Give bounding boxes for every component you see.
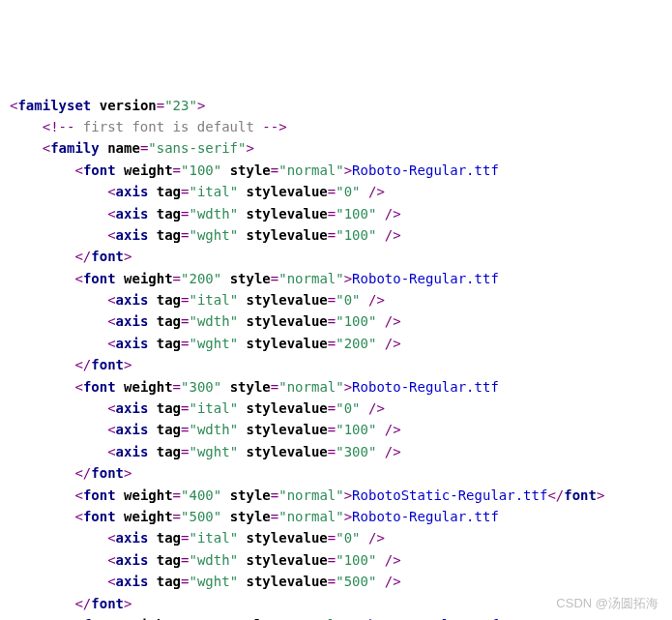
xml-code-block: <familyset version="23"> <!-- first font… bbox=[10, 95, 662, 620]
watermark: CSDN @汤圆拓海 bbox=[556, 594, 658, 614]
